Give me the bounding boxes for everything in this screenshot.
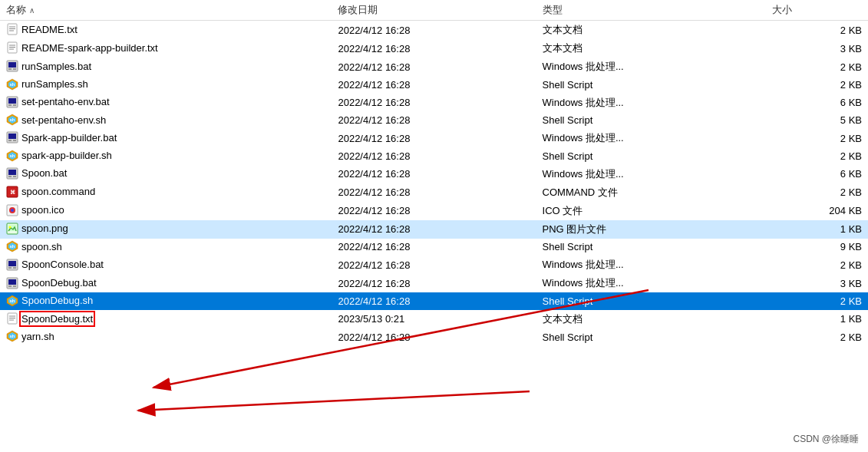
file-icon-sh: sh	[6, 295, 18, 307]
file-icon-bat	[6, 277, 18, 289]
svg-point-37	[11, 209, 14, 212]
file-type-cell: Windows 批处理...	[536, 94, 766, 112]
svg-rect-49	[8, 279, 16, 285]
file-date-cell: 2022/4/12 16:28	[332, 165, 536, 183]
file-name-cell: sh spoon.sh	[0, 239, 332, 256]
file-icon-ico	[6, 204, 18, 216]
file-date-cell: 2022/4/12 16:28	[332, 202, 536, 220]
file-name: SpoonDebug.sh	[21, 295, 93, 306]
file-size-cell: 1 KB	[766, 310, 868, 328]
svg-text:sh: sh	[9, 117, 15, 122]
file-date-cell: 2022/4/12 16:28	[332, 21, 536, 40]
file-icon-sh: sh	[6, 240, 18, 252]
table-row[interactable]: Spoon.bat2022/4/12 16:28Windows 批处理...6 …	[0, 165, 868, 183]
file-date-cell: 2022/4/12 16:28	[332, 183, 536, 202]
file-size-cell: 1 KB	[766, 220, 868, 239]
file-name-cell: SpoonDebug.txt	[0, 310, 332, 328]
table-row[interactable]: runSamples.bat2022/4/12 16:28Windows 批处理…	[0, 58, 868, 76]
table-row[interactable]: README.txt2022/4/12 16:28文本文档2 KB	[0, 21, 868, 40]
file-icon-bat	[6, 167, 18, 180]
file-name-cell: runSamples.bat	[0, 58, 332, 76]
file-name-cell: Spoon.bat	[0, 165, 332, 183]
table-row[interactable]: spoon.ico2022/4/12 16:28ICO 文件204 KB	[0, 202, 868, 220]
svg-rect-9	[8, 62, 16, 68]
file-name: yarn.sh	[21, 331, 54, 342]
col-header-type[interactable]: 类型	[536, 0, 766, 21]
file-type-cell: PNG 图片文件	[536, 220, 766, 239]
file-name-cell: SpoonConsole.bat	[0, 256, 332, 274]
file-type-cell: Windows 批处理...	[536, 129, 766, 147]
table-row[interactable]: sh set-pentaho-env.sh2022/4/12 16:28Shel…	[0, 112, 868, 130]
table-row[interactable]: sh spark-app-builder.sh2022/4/12 16:28Sh…	[0, 147, 868, 165]
sort-arrow: ∧	[29, 6, 35, 15]
file-date-cell: 2022/4/12 16:28	[332, 292, 536, 310]
file-type-cell: Shell Script	[536, 292, 766, 310]
file-icon-bat	[6, 96, 18, 108]
file-date-cell: 2022/4/12 16:28	[332, 129, 536, 147]
file-date-cell: 2022/4/12 16:28	[332, 58, 536, 76]
table-row[interactable]: SpoonDebug.bat2022/4/12 16:28Windows 批处理…	[0, 274, 868, 292]
file-icon-txt	[6, 41, 18, 54]
svg-rect-30	[8, 170, 16, 175]
file-size-cell: 2 KB	[766, 183, 868, 202]
file-icon-sh: sh	[6, 114, 18, 126]
table-row[interactable]: set-pentaho-env.bat2022/4/12 16:28Window…	[0, 94, 868, 112]
file-icon-sh: sh	[6, 78, 18, 91]
file-name-cell: sh set-pentaho-env.sh	[0, 112, 332, 130]
file-date-cell: 2022/4/12 16:28	[332, 94, 536, 112]
file-name: README-spark-app-builder.txt	[21, 42, 158, 54]
file-name-cell: spoon.png	[0, 220, 332, 239]
file-date-cell: 2022/4/12 16:28	[332, 274, 536, 292]
svg-rect-16	[8, 98, 16, 104]
file-name-cell: Spark-app-builder.bat	[0, 129, 332, 147]
svg-rect-23	[8, 134, 16, 139]
file-name: SpoonDebug.bat	[21, 277, 97, 289]
table-row[interactable]: ⌘ spoon.command2022/4/12 16:28COMMAND 文件…	[0, 183, 868, 202]
col-name-label: 名称	[6, 4, 26, 15]
table-row[interactable]: sh yarn.sh2022/4/12 16:28Shell Script2 K…	[0, 328, 868, 346]
col-header-size[interactable]: 大小	[766, 0, 868, 21]
file-size-cell: 204 KB	[766, 202, 868, 220]
svg-text:sh: sh	[9, 153, 15, 158]
file-name-cell: ⌘ spoon.command	[0, 183, 332, 202]
file-date-cell: 2022/4/12 16:28	[332, 112, 536, 130]
col-header-name[interactable]: 名称 ∧	[0, 0, 332, 21]
file-name: spoon.ico	[21, 204, 64, 216]
table-row[interactable]: sh spoon.sh2022/4/12 16:28Shell Script9 …	[0, 239, 868, 256]
file-name: spoon.png	[21, 223, 68, 234]
table-row[interactable]: SpoonDebug.txt2023/5/13 0:21文本文档1 KB	[0, 310, 868, 328]
file-icon-bat	[6, 259, 18, 271]
file-type-cell: Shell Script	[536, 239, 766, 256]
file-size-cell: 2 KB	[766, 292, 868, 310]
file-size-cell: 2 KB	[766, 21, 868, 40]
file-name: set-pentaho-env.sh	[21, 114, 106, 126]
table-row[interactable]: sh runSamples.sh2022/4/12 16:28Shell Scr…	[0, 76, 868, 94]
file-date-cell: 2022/4/12 16:28	[332, 147, 536, 165]
file-name: set-pentaho-env.bat	[21, 96, 110, 107]
table-row[interactable]: README-spark-app-builder.txt2022/4/12 16…	[0, 39, 868, 58]
file-name: runSamples.bat	[21, 61, 91, 72]
file-icon-txt	[6, 23, 18, 35]
file-name-cell: set-pentaho-env.bat	[0, 94, 332, 112]
table-row[interactable]: SpoonConsole.bat2022/4/12 16:28Windows 批…	[0, 256, 868, 274]
file-name-cell: sh yarn.sh	[0, 328, 332, 346]
table-row[interactable]: sh SpoonDebug.sh2022/4/12 16:28Shell Scr…	[0, 292, 868, 310]
file-size-cell: 2 KB	[766, 256, 868, 274]
file-icon-bat	[6, 131, 18, 144]
file-size-cell: 2 KB	[766, 76, 868, 94]
table-row[interactable]: Spark-app-builder.bat2022/4/12 16:28Wind…	[0, 129, 868, 147]
file-name-cell: sh spark-app-builder.sh	[0, 147, 332, 165]
file-name: spark-app-builder.sh	[21, 150, 112, 161]
file-type-cell: 文本文档	[536, 39, 766, 58]
file-type-cell: Shell Script	[536, 147, 766, 165]
file-icon-cmd: ⌘	[6, 186, 18, 198]
file-date-cell: 2022/4/12 16:28	[332, 220, 536, 239]
file-name: spoon.sh	[21, 241, 62, 252]
file-date-cell: 2022/4/12 16:28	[332, 76, 536, 94]
file-explorer[interactable]: 名称 ∧ 修改日期 类型 大小 README.txt2022/4/	[0, 0, 868, 452]
table-row[interactable]: spoon.png2022/4/12 16:28PNG 图片文件1 KB	[0, 220, 868, 239]
col-header-date[interactable]: 修改日期	[332, 0, 536, 21]
svg-text:sh: sh	[9, 244, 15, 249]
col-type-label: 类型	[543, 4, 563, 15]
file-type-cell: COMMAND 文件	[536, 183, 766, 202]
